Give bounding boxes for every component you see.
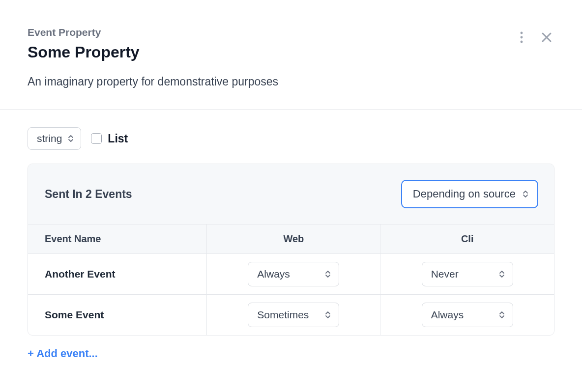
close-button[interactable] <box>539 29 554 45</box>
list-checkbox[interactable] <box>91 133 102 144</box>
kebab-icon <box>520 31 523 43</box>
header-actions <box>518 29 554 45</box>
controls-row: string List <box>28 127 554 150</box>
add-event-button[interactable]: + Add event... <box>28 347 98 360</box>
chevron-up-down-icon <box>499 311 505 319</box>
header-description: An imaginary property for demonstrative … <box>28 75 554 88</box>
list-checkbox-text: List <box>108 132 128 145</box>
events-table: Event Name Web Cli Another Event Always <box>28 224 554 335</box>
list-checkbox-label[interactable]: List <box>91 132 128 145</box>
svg-point-1 <box>521 36 523 39</box>
event-name-cell: Another Event <box>28 254 207 295</box>
type-select[interactable]: string <box>28 127 81 150</box>
chevron-up-down-icon <box>499 270 505 278</box>
chevron-up-down-icon <box>325 270 331 278</box>
events-panel-title: Sent In 2 Events <box>45 188 132 201</box>
select-value: Always <box>431 309 464 321</box>
col-event-name: Event Name <box>28 224 207 254</box>
table-row: Another Event Always Never <box>28 254 554 295</box>
page-title: Some Property <box>28 43 554 61</box>
cli-frequency-select[interactable]: Never <box>422 262 513 286</box>
header: Event Property Some Property An imaginar… <box>0 0 582 110</box>
body: string List Sent In 2 Events Depending o… <box>0 110 582 360</box>
select-value: Always <box>257 268 290 280</box>
col-web: Web <box>207 224 380 254</box>
close-icon <box>541 31 553 43</box>
scope-select[interactable]: Depending on source <box>401 180 538 208</box>
table-header-row: Event Name Web Cli <box>28 224 554 254</box>
header-eyebrow: Event Property <box>28 27 554 38</box>
chevron-up-down-icon <box>325 311 331 319</box>
web-frequency-select[interactable]: Always <box>248 262 339 286</box>
chevron-up-down-icon <box>68 135 74 142</box>
scope-select-value: Depending on source <box>413 188 516 200</box>
events-panel-header: Sent In 2 Events Depending on source <box>28 164 554 224</box>
table-row: Some Event Sometimes Always <box>28 295 554 336</box>
events-panel: Sent In 2 Events Depending on source Eve… <box>28 164 554 336</box>
cli-frequency-select[interactable]: Always <box>422 303 513 327</box>
web-frequency-select[interactable]: Sometimes <box>248 303 339 327</box>
svg-point-0 <box>521 32 523 34</box>
select-value: Never <box>431 268 459 280</box>
col-cli: Cli <box>380 224 554 254</box>
type-select-value: string <box>37 133 62 144</box>
select-value: Sometimes <box>257 309 309 321</box>
svg-point-2 <box>521 41 523 43</box>
chevron-up-down-icon <box>523 190 528 198</box>
more-options-button[interactable] <box>518 29 525 45</box>
event-name-cell: Some Event <box>28 295 207 336</box>
